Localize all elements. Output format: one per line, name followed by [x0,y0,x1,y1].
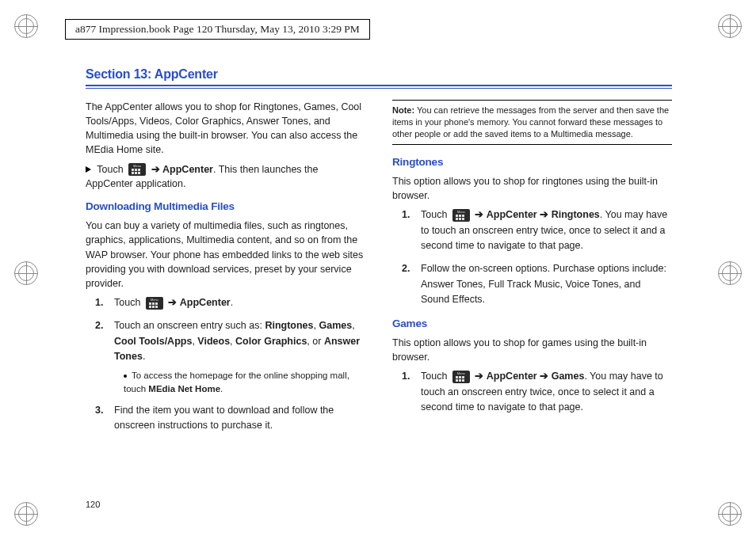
reg-mark-icon [718,14,742,38]
reg-mark-icon [14,261,38,285]
games-body: This option allows you to shop for games… [392,336,672,364]
sub-bullet-bold: MEdia Net Home [148,384,220,394]
games-steps: Touch ➔ AppCenter ➔ Games. You may have … [392,369,672,415]
step2-b2: Games [319,320,352,331]
step2-or: , or [307,336,324,347]
step-1: Touch ➔ AppCenter. [114,295,365,310]
step2-post: . [143,351,145,362]
ring-s1-pre: Touch [421,209,447,220]
arrow-icon: ➔ [475,371,483,382]
arrow-icon: ➔ [475,209,483,220]
games-heading: Games [392,316,672,332]
arrow-icon: ➔ [168,297,177,308]
arrow-icon: ➔ [540,209,548,220]
right-column: Note: You can retrieve the messages from… [392,100,672,441]
games-s1-b2: Games [552,371,585,382]
games-step-1: Touch ➔ AppCenter ➔ Games. You may have … [421,369,672,415]
page-number: 120 [86,500,100,509]
reg-mark-icon [718,261,742,285]
menu-icon [452,371,470,383]
menu-icon [128,163,146,176]
step-3: Find the item you want to download and f… [114,403,365,434]
ringtones-body: This option allows you to shop for ringt… [392,174,672,203]
bullet-dot-icon [124,375,127,378]
step2-b1: Ringtones [265,320,313,331]
touch-label: Touch [97,164,123,175]
download-steps: Touch ➔ AppCenter. Touch an onscreen ent… [86,295,365,433]
games-s1-pre: Touch [421,371,447,382]
menu-icon [146,297,163,310]
step2-pre: Touch an onscreen entry such as: [114,320,265,331]
ring-s1-b1: AppCenter [487,209,537,220]
note-box: Note: You can retrieve the messages from… [392,100,672,145]
step1-bold: AppCenter [180,297,231,308]
sub-bullet-post: . [220,384,223,394]
triangle-bullet-icon [86,166,91,173]
ringtones-steps: Touch ➔ AppCenter ➔ Ringtones. You may h… [392,207,672,307]
step1-pre: Touch [114,297,140,308]
step2-b3: Cool Tools/Apps [114,336,192,347]
games-s1-b1: AppCenter [487,371,537,382]
arrow-icon: ➔ [151,164,160,175]
ring-step-2: Follow the on-screen options. Purchase o… [421,261,672,307]
ring-s1-b2: Ringtones [552,209,600,220]
reg-mark-icon [14,14,38,38]
arrow-icon: ➔ [540,371,548,382]
intro-paragraph: The AppCenter allows you to shop for Rin… [86,100,365,158]
downloading-body: You can buy a variety of multimedia file… [86,219,365,291]
ringtones-heading: Ringtones [392,154,672,170]
reg-mark-icon [14,502,38,526]
step2-b5: Color Graphics [235,336,307,347]
appcenter-bold: AppCenter [162,164,213,175]
sub-bullet: To access the homepage for the online sh… [124,369,365,394]
reg-mark-icon [718,502,742,526]
title-rule [86,85,672,86]
note-body: You can retrieve the messages from the s… [392,105,669,139]
book-header-stamp: a877 Impression.book Page 120 Thursday, … [65,19,370,40]
title-rule-thin [86,88,672,89]
step2-b4: Videos [197,336,230,347]
menu-icon [452,209,470,222]
step1-post: . [231,297,233,308]
left-column: The AppCenter allows you to shop for Rin… [86,100,365,441]
section-title: Section 13: AppCenter [86,67,672,82]
ring-step-1: Touch ➔ AppCenter ➔ Ringtones. You may h… [421,207,672,253]
note-label: Note: [392,105,414,115]
step-2: Touch an onscreen entry such as: Rington… [114,318,365,394]
touch-line: Touch ➔ AppCenter. This then launches th… [86,162,365,191]
downloading-heading: Downloading Multimedia Files [86,199,365,215]
